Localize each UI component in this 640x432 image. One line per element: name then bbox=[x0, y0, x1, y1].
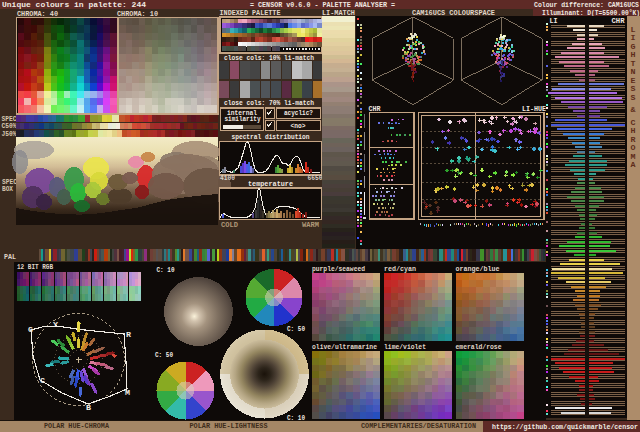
svg-text:O: O bbox=[631, 145, 636, 152]
svg-text:A: A bbox=[631, 162, 636, 169]
svg-text:COMPLEMENTARIES/DESATURATION: COMPLEMENTARIES/DESATURATION bbox=[361, 422, 476, 430]
svg-text:CHR: CHR bbox=[612, 17, 625, 25]
svg-text:https://github.com/quickmarble: https://github.com/quickmarble/censor bbox=[492, 423, 638, 431]
svg-text:R: R bbox=[631, 137, 636, 144]
svg-text:C: C bbox=[40, 377, 45, 385]
svg-text:E: E bbox=[631, 78, 636, 85]
svg-text:CHR: CHR bbox=[369, 105, 381, 113]
svg-text:acyclic?: acyclic? bbox=[284, 109, 313, 117]
svg-text:I: I bbox=[631, 35, 636, 42]
svg-text:C: 50: C: 50 bbox=[155, 351, 173, 359]
svg-text:orange/blue: orange/blue bbox=[456, 265, 500, 273]
svg-text:L: L bbox=[631, 27, 636, 34]
svg-text:POLAR HUE-CHROMA: POLAR HUE-CHROMA bbox=[44, 422, 109, 430]
svg-text:4100: 4100 bbox=[220, 174, 235, 182]
svg-text:LI-MATCH: LI-MATCH bbox=[322, 9, 355, 17]
svg-text:Colour difference: CAM16UCS: Colour difference: CAM16UCS bbox=[534, 1, 639, 9]
svg-text:INDEXED PALETTE: INDEXED PALETTE bbox=[220, 9, 281, 17]
svg-text:C: 10: C: 10 bbox=[157, 266, 175, 274]
svg-text:red/cyan: red/cyan bbox=[384, 265, 416, 273]
svg-text:WARM: WARM bbox=[302, 221, 319, 229]
svg-text:spectral distribution: spectral distribution bbox=[232, 133, 310, 141]
svg-text:&: & bbox=[631, 107, 636, 114]
svg-text:12 BIT RGB: 12 BIT RGB bbox=[17, 263, 53, 271]
svg-text:= CENSOR v0.6.0 - PALETTE ANAL: = CENSOR v0.6.0 - PALETTE ANALYSER = bbox=[250, 1, 395, 9]
svg-text:close cols: 70% li-match: close cols: 70% li-match bbox=[224, 99, 314, 107]
svg-text:C: 10: C: 10 bbox=[287, 414, 305, 422]
svg-text:temperature: temperature bbox=[248, 180, 293, 188]
svg-text:J50%: J50% bbox=[2, 130, 17, 138]
svg-text:6650: 6650 bbox=[308, 174, 323, 182]
svg-text:POLAR HUE-LIGHTNESS: POLAR HUE-LIGHTNESS bbox=[190, 422, 268, 430]
svg-text:G: G bbox=[28, 326, 33, 334]
svg-text:similarity: similarity bbox=[225, 115, 261, 123]
svg-text:M: M bbox=[125, 389, 130, 397]
svg-text:LI-HUE: LI-HUE bbox=[522, 105, 546, 113]
svg-text:M: M bbox=[631, 154, 636, 161]
svg-text:PAL: PAL bbox=[4, 253, 16, 261]
svg-text:S: S bbox=[631, 86, 636, 93]
svg-text:CAM16UCS COLOURSPACE: CAM16UCS COLOURSPACE bbox=[412, 9, 495, 17]
svg-text:lime/violet: lime/violet bbox=[384, 343, 426, 351]
svg-text:emerald/rose: emerald/rose bbox=[456, 343, 502, 351]
svg-text:COLD: COLD bbox=[221, 221, 238, 229]
svg-text:T: T bbox=[631, 61, 636, 68]
svg-text:LI: LI bbox=[550, 17, 558, 25]
svg-text:BOX: BOX bbox=[2, 185, 13, 193]
svg-text:purple/seaweed: purple/seaweed bbox=[312, 265, 365, 273]
svg-text:S: S bbox=[631, 95, 636, 102]
svg-text:C: 50: C: 50 bbox=[287, 325, 305, 333]
svg-text:close cols: 10% li-match: close cols: 10% li-match bbox=[224, 54, 314, 62]
svg-text:Unique colours in palette: 244: Unique colours in palette: 244 bbox=[2, 1, 147, 9]
svg-text:olive/ultramarine: olive/ultramarine bbox=[312, 343, 377, 351]
svg-text:G: G bbox=[631, 44, 636, 51]
svg-text:H: H bbox=[631, 128, 636, 135]
svg-text:N: N bbox=[631, 69, 636, 76]
svg-text:H: H bbox=[631, 52, 636, 59]
svg-text:<no>: <no> bbox=[291, 122, 306, 130]
svg-text:C: C bbox=[631, 120, 636, 127]
